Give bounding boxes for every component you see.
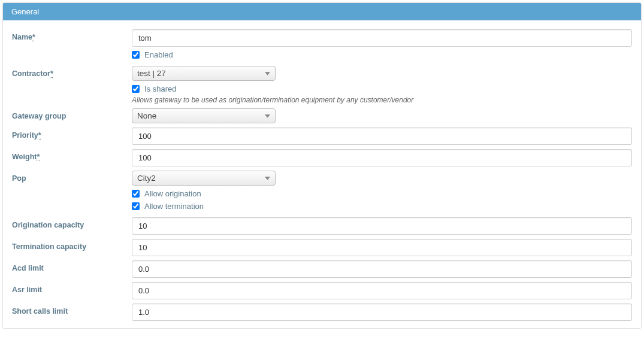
origination-capacity-input[interactable] <box>132 217 632 235</box>
label-contractor-text: Contractor <box>12 69 50 78</box>
allow-origination-checkbox[interactable] <box>132 190 140 198</box>
row-name: Name* Enabled <box>12 29 632 62</box>
row-priority: Priority* <box>12 128 632 145</box>
label-contractor: Contractor* <box>12 66 132 78</box>
label-origination-capacity: Origination capacity <box>12 217 132 229</box>
enabled-row: Enabled <box>132 50 632 59</box>
panel-title: General <box>11 7 39 16</box>
field-gateway-group: None <box>132 108 632 123</box>
name-input[interactable] <box>132 29 632 47</box>
chevron-down-icon <box>261 72 270 75</box>
is-shared-hint: Allows gateway to be used as origination… <box>132 96 632 104</box>
panel-header: General <box>3 3 641 20</box>
required-marker: * <box>50 69 53 78</box>
is-shared-label: Is shared <box>144 84 176 93</box>
row-termination-capacity: Termination capacity <box>12 239 632 256</box>
allow-origination-row: Allow origination <box>132 189 632 198</box>
field-name: Enabled <box>132 29 632 62</box>
acd-limit-input[interactable] <box>132 260 632 278</box>
label-pop: Pop <box>12 171 132 183</box>
contractor-select[interactable]: test | 27 <box>132 66 276 81</box>
row-pop: Pop City2 Allow origination Allow termin… <box>12 171 632 213</box>
row-weight: Weight* <box>12 149 632 166</box>
asr-limit-input[interactable] <box>132 282 632 299</box>
field-termination-capacity <box>132 239 632 256</box>
allow-termination-checkbox[interactable] <box>132 202 140 210</box>
gateway-group-select-value: None <box>137 111 258 120</box>
required-marker: * <box>38 131 41 139</box>
row-gateway-group: Gateway group None <box>12 108 632 123</box>
label-weight: Weight* <box>12 149 132 161</box>
field-asr-limit <box>132 282 632 299</box>
label-weight-text: Weight <box>12 153 37 161</box>
label-priority-text: Priority <box>12 131 38 139</box>
pop-select-value: City2 <box>137 174 258 183</box>
contractor-select-value: test | 27 <box>137 69 258 78</box>
is-shared-row: Is shared <box>132 84 632 93</box>
is-shared-checkbox[interactable] <box>132 85 140 93</box>
label-priority: Priority* <box>12 128 132 139</box>
required-marker: * <box>37 153 40 161</box>
label-termination-capacity: Termination capacity <box>12 239 132 251</box>
enabled-label: Enabled <box>144 50 173 59</box>
gateway-group-select[interactable]: None <box>132 108 276 123</box>
panel-body: Name* Enabled Contractor* test | 27 <box>3 20 641 328</box>
field-acd-limit <box>132 260 632 278</box>
row-asr-limit: Asr limit <box>12 282 632 299</box>
field-short-calls-limit <box>132 304 632 321</box>
field-pop: City2 Allow origination Allow terminatio… <box>132 171 632 213</box>
enabled-checkbox[interactable] <box>132 51 140 59</box>
label-short-calls-limit: Short calls limit <box>12 304 132 315</box>
label-name: Name* <box>12 29 132 41</box>
pop-select[interactable]: City2 <box>132 171 276 186</box>
label-gateway-group: Gateway group <box>12 108 132 120</box>
short-calls-limit-input[interactable] <box>132 304 632 321</box>
chevron-down-icon <box>261 114 270 118</box>
termination-capacity-input[interactable] <box>132 239 632 256</box>
row-origination-capacity: Origination capacity <box>12 217 632 235</box>
general-panel: General Name* Enabled Contractor* t <box>2 2 642 329</box>
allow-termination-row: Allow termination <box>132 202 632 211</box>
allow-termination-label: Allow termination <box>144 202 204 211</box>
required-marker: * <box>32 33 35 41</box>
field-priority <box>132 128 632 145</box>
weight-input[interactable] <box>132 149 632 166</box>
row-short-calls-limit: Short calls limit <box>12 304 632 321</box>
label-name-text: Name <box>12 33 32 41</box>
field-contractor: test | 27 Is shared Allows gateway to be… <box>132 66 632 104</box>
priority-input[interactable] <box>132 128 632 145</box>
label-asr-limit: Asr limit <box>12 282 132 294</box>
field-origination-capacity <box>132 217 632 235</box>
chevron-down-icon <box>261 177 270 180</box>
row-contractor: Contractor* test | 27 Is shared Allows g… <box>12 66 632 104</box>
field-weight <box>132 149 632 166</box>
label-acd-limit: Acd limit <box>12 260 132 272</box>
row-acd-limit: Acd limit <box>12 260 632 278</box>
allow-origination-label: Allow origination <box>144 189 201 198</box>
